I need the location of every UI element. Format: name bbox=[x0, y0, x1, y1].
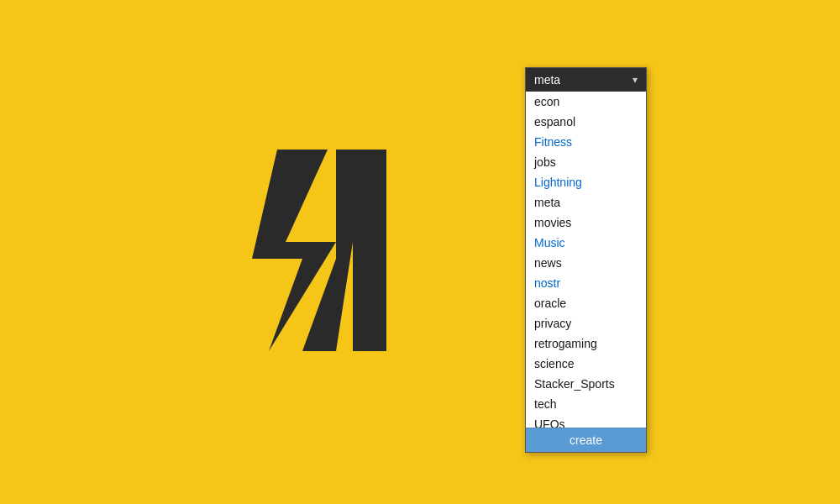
list-item[interactable]: UFOs bbox=[526, 414, 646, 428]
list-item[interactable]: jobs bbox=[526, 152, 646, 172]
list-item[interactable]: privacy bbox=[526, 313, 646, 333]
chevron-down-icon: ▾ bbox=[633, 74, 638, 86]
list-item[interactable]: news bbox=[526, 253, 646, 273]
dropdown-container: meta ▾ econespanolFitnessjobsLightningme… bbox=[525, 67, 647, 453]
dropdown-header[interactable]: meta ▾ bbox=[526, 68, 646, 92]
logo-area bbox=[210, 133, 428, 371]
list-item[interactable]: oracle bbox=[526, 293, 646, 313]
sn-logo-svg bbox=[210, 133, 428, 368]
list-item[interactable]: nostr bbox=[526, 273, 646, 293]
list-item[interactable]: espanol bbox=[526, 112, 646, 132]
list-item[interactable]: tech bbox=[526, 394, 646, 414]
create-button[interactable]: create bbox=[526, 428, 646, 452]
list-item[interactable]: Fitness bbox=[526, 132, 646, 152]
list-item[interactable]: movies bbox=[526, 213, 646, 233]
list-item[interactable]: Lightning bbox=[526, 172, 646, 192]
list-item[interactable]: Stacker_Sports bbox=[526, 374, 646, 394]
dropdown-list[interactable]: econespanolFitnessjobsLightningmetamovie… bbox=[526, 92, 646, 428]
dropdown-selected-value: meta bbox=[534, 73, 560, 87]
list-item[interactable]: Music bbox=[526, 233, 646, 253]
list-item[interactable]: meta bbox=[526, 192, 646, 213]
list-item[interactable]: retrogaming bbox=[526, 333, 646, 354]
list-item[interactable]: econ bbox=[526, 92, 646, 112]
list-item[interactable]: science bbox=[526, 354, 646, 374]
